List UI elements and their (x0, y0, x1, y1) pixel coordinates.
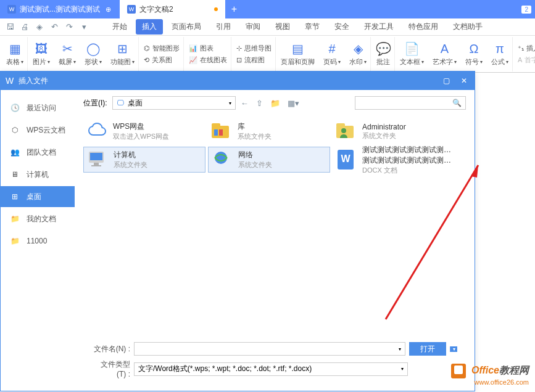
menu-view[interactable]: 视图 (269, 19, 296, 35)
label: 我的文档 (27, 214, 56, 224)
ribbon-extras-col: ⁺₁ 插入数字 A 首字下沉 (514, 37, 535, 71)
menu-insert[interactable]: 插入 (136, 19, 163, 35)
search-input[interactable]: 🔍 (355, 96, 466, 110)
file-item-docx[interactable]: W 测试测试测试测试测试测试测试 测试测试测试测试测试测试... DOCX 文档 (333, 147, 455, 173)
ribbon-chart[interactable]: 📊 图表 (189, 44, 227, 53)
menu-dochelper[interactable]: 文档助手 (447, 19, 489, 35)
insert-file-dialog: W 插入文件 ▢ ✕ 🕓 最近访问 ⬡ WPS云文档 👥 团队文档 🖥 计算机 (0, 71, 475, 391)
maximize-icon[interactable]: ▢ (441, 75, 452, 86)
menu-review[interactable]: 审阅 (239, 19, 267, 35)
svg-rect-1 (212, 123, 220, 127)
close-icon[interactable]: ⊕ (104, 5, 112, 14)
close-icon[interactable]: ✕ (458, 75, 470, 86)
menu-pagelayout[interactable]: 页面布局 (165, 19, 207, 35)
label: 艺术字 (433, 57, 453, 67)
folder-icon: 📁 (9, 235, 20, 247)
ribbon-smartart[interactable]: ⌬ 智能图形 (144, 44, 180, 53)
monitor-icon: 🖵 (117, 99, 124, 107)
sidebar-item-team[interactable]: 👥 团队文档 (1, 142, 75, 163)
label: 智能图形 (152, 44, 180, 53)
filename-label: 文件名(N) : (92, 344, 130, 354)
ribbon-cap[interactable]: A 首字下沉 (518, 55, 535, 65)
badge[interactable]: 2 (521, 6, 531, 14)
wps-icon: W (6, 76, 14, 86)
print-icon[interactable]: 🖨 (20, 22, 30, 32)
file-item-wpsdisk[interactable]: WPS网盘 双击进入WPS网盘 (83, 118, 205, 144)
label: WPS云文档 (27, 125, 65, 136)
sidebar-item-wpscloud[interactable]: ⬡ WPS云文档 (1, 120, 75, 141)
ribbon-shape[interactable]: ◯ 形状▾ (81, 37, 106, 71)
undo-icon[interactable]: ↶ (49, 22, 59, 32)
annotation-arrow (379, 153, 491, 325)
sidebar-item-recent[interactable]: 🕓 最近访问 (1, 97, 75, 118)
ribbon-wordart[interactable]: A 艺术字▾ (429, 37, 460, 71)
view-icon[interactable]: ▦▾ (288, 99, 299, 108)
back-icon[interactable]: ← (241, 99, 249, 108)
location-dropdown[interactable]: 🖵 桌面 ▾ (112, 96, 236, 110)
ribbon-function[interactable]: ⊞ 功能图▾ (107, 37, 139, 71)
tab-doc1[interactable]: W 测试测试...测试测试测试 ⊕ (0, 0, 120, 18)
quick-access-toolbar: 🖫 🖨 ◈ ↶ ↷ ▾ 开始 插入 页面布局 引用 审阅 视图 章节 安全 开发… (0, 18, 535, 36)
up-icon[interactable]: ⇧ (256, 99, 263, 108)
ribbon-comment[interactable]: 💬 批注 (372, 37, 395, 71)
menu-chapter[interactable]: 章节 (299, 19, 326, 35)
file-name: 测试测试测试测试测试测试测试 (362, 145, 452, 155)
sidebar-item-11000[interactable]: 📁 11000 (1, 231, 75, 251)
menu-start[interactable]: 开始 (106, 19, 133, 35)
menu-devtools[interactable]: 开发工具 (358, 19, 400, 35)
dropdown-icon[interactable]: ▾ (79, 22, 89, 32)
ribbon-textbox[interactable]: 📄 文本框▾ (396, 37, 428, 71)
menu-security[interactable]: 安全 (328, 19, 355, 35)
label: 水印 (349, 57, 363, 67)
ribbon-picture[interactable]: 🖼 图片▾ (29, 37, 54, 71)
dialog-footer: 文件名(N) : ▾ 打开 ▾ 文件类型(T) : 文字/Word格式(*.wp… (83, 338, 466, 385)
cloud-icon: ⬡ (9, 125, 20, 136)
svg-point-6 (341, 128, 346, 133)
ribbon-headerfooter[interactable]: ▤ 页眉和页脚 (277, 37, 318, 71)
tab-doc2[interactable]: W 文字文稿2 (120, 0, 225, 18)
open-button-split[interactable]: ▾ (450, 346, 457, 352)
add-tab-button[interactable]: + (225, 4, 243, 15)
ribbon-mind-col: ⊹ 思维导图 ⊡ 流程图 (233, 37, 276, 71)
ribbon-flowchart[interactable]: ⊡ 流程图 (236, 55, 272, 65)
file-name2: 测试测试测试测试测试测试... (362, 155, 452, 166)
file-item-library[interactable]: 库 系统文件夹 (208, 118, 330, 144)
ribbon-pagenum[interactable]: # 页码▾ (320, 37, 344, 71)
file-item-network[interactable]: 网络 系统文件夹 (208, 147, 330, 173)
label: 形状 (85, 57, 98, 67)
newfolder-icon[interactable]: 📁 (270, 99, 280, 108)
ribbon-mindmap[interactable]: ⊹ 思维导图 (236, 44, 272, 53)
filetype-select[interactable]: 文字/Word格式(*.wps; *.wpt; *.doc; *.dot; *.… (134, 362, 408, 376)
menu-special[interactable]: 特色应用 (402, 19, 444, 35)
file-item-computer[interactable]: 计算机 系统文件夹 (83, 147, 205, 173)
folder-icon: 📁 (9, 213, 20, 224)
filename-input[interactable]: ▾ (134, 342, 405, 356)
menu-reference[interactable]: 引用 (210, 19, 237, 35)
dialog-main: 位置(I): 🖵 桌面 ▾ ← ⇧ 📁 ▦▾ 🔍 (75, 90, 475, 391)
sidebar-item-computer[interactable]: 🖥 计算机 (1, 164, 75, 185)
svg-rect-5 (336, 123, 345, 127)
label: 功能图 (110, 57, 131, 67)
open-button[interactable]: 打开 (409, 342, 446, 356)
ribbon-onlinechart[interactable]: 📈 在线图表 (189, 55, 227, 65)
ribbon-formula[interactable]: π 公式▾ (487, 37, 513, 71)
function-icon: ⊞ (115, 41, 130, 56)
watermark-icon: ◈ (350, 41, 365, 56)
save-icon[interactable]: 🖫 (5, 22, 15, 32)
svg-rect-9 (94, 163, 99, 165)
file-item-admin[interactable]: Administrator 系统文件夹 (333, 118, 455, 144)
screenshot-icon: ✂ (60, 41, 75, 56)
file-name: 网络 (238, 150, 272, 160)
ribbon-watermark[interactable]: ◈ 水印▾ (346, 37, 371, 71)
sidebar-item-mydocs[interactable]: 📁 我的文档 (1, 208, 75, 229)
ribbon-symbol[interactable]: Ω 符号▾ (462, 37, 486, 71)
preview-icon[interactable]: ◈ (35, 22, 44, 32)
redo-icon[interactable]: ↷ (64, 22, 74, 32)
sidebar-item-desktop[interactable]: ⊞ 桌面 (1, 186, 75, 207)
label: 表格 (6, 57, 20, 67)
ribbon-screenshot[interactable]: ✂ 截屏▾ (55, 37, 80, 71)
ribbon-insertnum[interactable]: ⁺₁ 插入数字 (518, 44, 535, 53)
ribbon-relation[interactable]: ⟲ 关系图 (144, 55, 180, 65)
ribbon-table[interactable]: ▦ 表格▾ (2, 37, 28, 71)
computer-icon: 🖥 (9, 169, 20, 180)
